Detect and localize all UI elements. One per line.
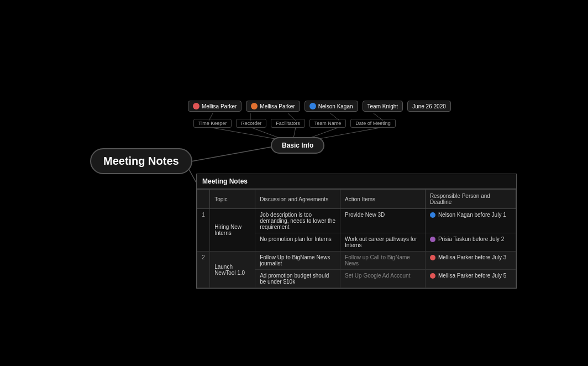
info-boxes-container: Mellisa Parker Mellisa Parker Nelson Kag…: [188, 101, 451, 112]
svg-line-10: [188, 147, 274, 162]
col-header-num: [197, 190, 210, 209]
info-box-nelson-label: Nelson Kagan: [318, 103, 353, 109]
label-boxes-container: Time Keeper Recorder Facilitators Team N…: [193, 119, 396, 128]
responsible-1-2: Prisia Taskun before July 2: [425, 233, 516, 252]
info-box-team: Team Knight: [363, 101, 403, 112]
responsible-avatar: [430, 273, 435, 279]
responsible-avatar: [430, 212, 435, 218]
label-recorder: Recorder: [236, 119, 266, 128]
avatar-melissa1: [193, 103, 200, 109]
responsible-1-1: Nelson Kagan before July 1: [425, 209, 516, 233]
col-header-discussion: Discussion and Agreements: [255, 190, 340, 209]
info-box-melissa2-label: Mellisa Parker: [260, 103, 295, 109]
label-timekeeper: Time Keeper: [193, 119, 232, 128]
avatar-nelson: [309, 103, 316, 109]
avatar-melissa2: [251, 103, 258, 109]
discussion-1-2: No promotion plan for Interns: [255, 233, 340, 252]
responsible-avatar: [430, 237, 435, 242]
action-1-2: Work out career pathways for Interns: [340, 233, 426, 252]
discussion-2-1: Follow Up to BigName News journalist: [255, 252, 340, 270]
basic-info-node: Basic Info: [271, 137, 324, 154]
meeting-notes-label: Meeting Notes: [103, 155, 179, 167]
info-box-melissa2: Mellisa Parker: [246, 101, 300, 112]
row-topic-1: Hiring New Interns: [210, 209, 255, 252]
row-topic-2: Launch NewTool 1.0: [210, 252, 255, 288]
info-box-team-label: Team Knight: [368, 103, 398, 109]
meeting-notes-table: Topic Discussion and Agreements Action I…: [197, 189, 516, 288]
responsible-avatar: [430, 255, 435, 260]
info-box-date: June 26 2020: [407, 101, 451, 112]
info-box-melissa1: Mellisa Parker: [188, 101, 242, 112]
responsible-2-2: Mellisa Parker before July 5: [425, 270, 516, 288]
row-num-1: 1: [197, 209, 210, 252]
label-teamname: Team Name: [309, 119, 347, 128]
action-2-1: Follow up Call to BigName News: [340, 252, 426, 270]
meeting-notes-bubble: Meeting Notes: [90, 148, 192, 174]
label-dateofmeeting: Date of Meeting: [350, 119, 396, 128]
svg-line-11: [188, 168, 196, 182]
basic-info-label: Basic Info: [282, 142, 313, 149]
info-box-nelson: Nelson Kagan: [305, 101, 358, 112]
info-box-melissa1-label: Mellisa Parker: [202, 103, 237, 109]
col-header-action: Action Items: [340, 190, 426, 209]
info-box-date-label: June 26 2020: [412, 103, 446, 109]
action-2-2: Set Up Google Ad Account: [340, 270, 426, 288]
table-title: Meeting Notes: [197, 174, 516, 189]
discussion-2-2: Ad promotion budget should be under $10k: [255, 270, 340, 288]
meeting-notes-table-container: Meeting Notes Topic Discussion and Agree…: [196, 174, 517, 289]
row-num-2: 2: [197, 252, 210, 288]
label-facilitators: Facilitators: [271, 119, 305, 128]
responsible-2-1: Mellisa Parker before July 3: [425, 252, 516, 270]
action-1-1: Provide New 3D: [340, 209, 426, 233]
discussion-1-1: Job description is too demanding, needs …: [255, 209, 340, 233]
col-header-topic: Topic: [210, 190, 255, 209]
col-header-responsible: Responsible Person and Deadline: [425, 190, 516, 209]
